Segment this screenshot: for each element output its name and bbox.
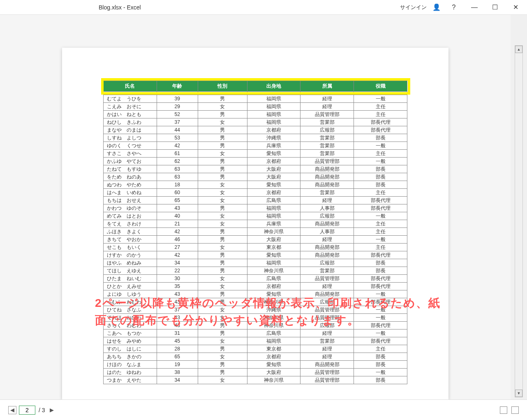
table-cell: 女 bbox=[198, 337, 247, 345]
close-button[interactable]: ✕ bbox=[508, 1, 523, 14]
table-cell: 主任 bbox=[354, 220, 407, 228]
table-row: こあへ もつか31男広島県経理一般 bbox=[104, 330, 407, 337]
table-cell: 女 bbox=[198, 244, 247, 251]
window-title: Blog.xlsx - Excel bbox=[99, 4, 141, 11]
page-number-input[interactable] bbox=[19, 406, 35, 415]
table-row: ひたま ねいむ30女広島県品質管理部部長代理 bbox=[104, 275, 407, 283]
table-cell: 37 bbox=[157, 306, 198, 314]
scroll-down-arrow[interactable]: ▼ bbox=[515, 390, 522, 397]
table-cell: 営業部 bbox=[300, 134, 354, 142]
table-cell: 経理 bbox=[300, 197, 354, 204]
table-row: てほし えゆえ22男神奈川県営業部部長 bbox=[104, 267, 407, 275]
minimize-button[interactable]: — bbox=[467, 1, 482, 14]
header-name: 氏名 bbox=[104, 81, 157, 92]
table-cell: 男 bbox=[198, 259, 247, 267]
table-cell: 神奈川県 bbox=[247, 322, 300, 330]
prev-page-button[interactable]: ◀ bbox=[8, 406, 16, 414]
table-cell: 経理 bbox=[300, 103, 354, 111]
table-row: もちは おせえ65女広島県経理部長代理 bbox=[104, 197, 407, 204]
user-icon[interactable] bbox=[432, 3, 441, 12]
show-margins-icon[interactable] bbox=[500, 406, 507, 414]
table-row: きちて やおか46男大阪府経理一般 bbox=[104, 236, 407, 244]
table-cell: つまか えやた bbox=[104, 376, 157, 384]
preview-page: 氏名 年齢 性別 出身地 所属 役職 むてよ うひを39男福岡県経理一般こえみ … bbox=[62, 48, 448, 399]
table-cell: 京都府 bbox=[247, 189, 300, 197]
table-cell: 一般 bbox=[354, 236, 407, 244]
table-cell: すさこ さやへ bbox=[104, 150, 157, 158]
table-cell: 43 bbox=[157, 204, 198, 212]
table-cell: 男 bbox=[198, 142, 247, 150]
table-cell: 商品開発部 bbox=[300, 220, 354, 228]
table-cell: 46 bbox=[157, 236, 198, 244]
maximize-button[interactable]: ☐ bbox=[488, 1, 502, 14]
table-cell: 神奈川県 bbox=[247, 298, 300, 306]
table-cell: 63 bbox=[157, 165, 198, 173]
table-cell: 部長 bbox=[354, 267, 407, 275]
table-cell: 兵庫県 bbox=[247, 220, 300, 228]
table-cell: 男 bbox=[198, 298, 247, 306]
table-row: かわつ ゆのそ43男福岡県人事部部長代理 bbox=[104, 204, 407, 212]
table-cell: あちち きかの bbox=[104, 353, 157, 361]
table-cell: 42 bbox=[157, 142, 198, 150]
table-cell: 福岡県 bbox=[247, 111, 300, 118]
table-cell: 商品開発部 bbox=[300, 165, 354, 173]
table-cell: 福岡県 bbox=[247, 337, 300, 345]
table-row: よにゆ しゆう43男愛知県商品開発部一般 bbox=[104, 290, 407, 298]
table-row: すのし はしに28男東京都経理主任 bbox=[104, 345, 407, 353]
scroll-up-arrow[interactable]: ▲ bbox=[515, 46, 522, 53]
zoom-to-page-icon[interactable] bbox=[511, 406, 519, 414]
table-cell: てほし えゆえ bbox=[104, 267, 157, 275]
table-cell: 部長 bbox=[354, 134, 407, 142]
table-cell: 人事部 bbox=[300, 204, 354, 212]
table-cell: 京都府 bbox=[247, 126, 300, 134]
table-cell: 61 bbox=[157, 150, 198, 158]
table-cell: 男 bbox=[198, 204, 247, 212]
table-cell: 愛知県 bbox=[247, 251, 300, 259]
table-cell: 男 bbox=[198, 228, 247, 236]
table-cell: 部長 bbox=[354, 376, 407, 384]
table-cell: 主任 bbox=[354, 189, 407, 197]
table-cell: 主任 bbox=[354, 345, 407, 353]
table-cell: をてえ さわけ bbox=[104, 220, 157, 228]
table-cell: 28 bbox=[157, 345, 198, 353]
table-cell: 一般 bbox=[354, 95, 407, 103]
table-row: まなや のまは44男京都府広報部部長代理 bbox=[104, 126, 407, 134]
table-cell: をため ねのあ bbox=[104, 173, 157, 181]
titlebar: Blog.xlsx - Excel サインイン ? — ☐ ✕ bbox=[0, 0, 527, 15]
table-cell: 52 bbox=[157, 111, 198, 118]
table-cell: 広報部 bbox=[300, 322, 354, 330]
table-cell: 男 bbox=[198, 236, 247, 244]
data-table: 氏名 年齢 性別 出身地 所属 役職 むてよ うひを39男福岡県経理一般こえみ … bbox=[103, 81, 407, 384]
table-row: せこも もいく27女東京都商品開発部主任 bbox=[104, 244, 407, 251]
table-cell: はせを みやめ bbox=[104, 337, 157, 345]
table-row-partial bbox=[104, 92, 407, 95]
table-cell: まなや のまは bbox=[104, 126, 157, 134]
table-row: はのた ゆねわ38男大阪府品質管理部一般 bbox=[104, 369, 407, 376]
table-cell: 43 bbox=[157, 314, 198, 322]
table-cell: てれほ ねひわ bbox=[104, 314, 157, 322]
table-row: はへま いめね60女京都府営業部主任 bbox=[104, 189, 407, 197]
table-cell: こえみ おそに bbox=[104, 103, 157, 111]
table-cell: 大阪府 bbox=[247, 173, 300, 181]
table-cell: 広報部 bbox=[300, 126, 354, 134]
table-row: こえみ おそに29女福岡県経理主任 bbox=[104, 103, 407, 111]
table-cell: 18 bbox=[157, 181, 198, 189]
table-cell: 部長代理 bbox=[354, 283, 407, 290]
table-cell: 主任 bbox=[354, 111, 407, 118]
next-page-button[interactable]: ▶ bbox=[48, 406, 56, 414]
table-cell: 65 bbox=[157, 197, 198, 204]
vertical-scrollbar[interactable]: ▲ ▼ bbox=[515, 45, 523, 397]
help-button[interactable]: ? bbox=[446, 1, 461, 14]
table-cell: 男 bbox=[198, 267, 247, 275]
table-cell: 男 bbox=[198, 290, 247, 298]
table-cell: 経理 bbox=[300, 283, 354, 290]
table-row: ひとか えみせ35女京都府経理部長代理 bbox=[104, 283, 407, 290]
table-cell: 女 bbox=[198, 306, 247, 314]
page-total-label: / 3 bbox=[39, 407, 45, 413]
table-cell: ひとか えみせ bbox=[104, 283, 157, 290]
table-cell: 男 bbox=[198, 165, 247, 173]
table-cell: 30 bbox=[157, 275, 198, 283]
table-cell: せこも もいく bbox=[104, 244, 157, 251]
signin-label[interactable]: サインイン bbox=[400, 4, 427, 11]
table-cell: 31 bbox=[157, 330, 198, 337]
